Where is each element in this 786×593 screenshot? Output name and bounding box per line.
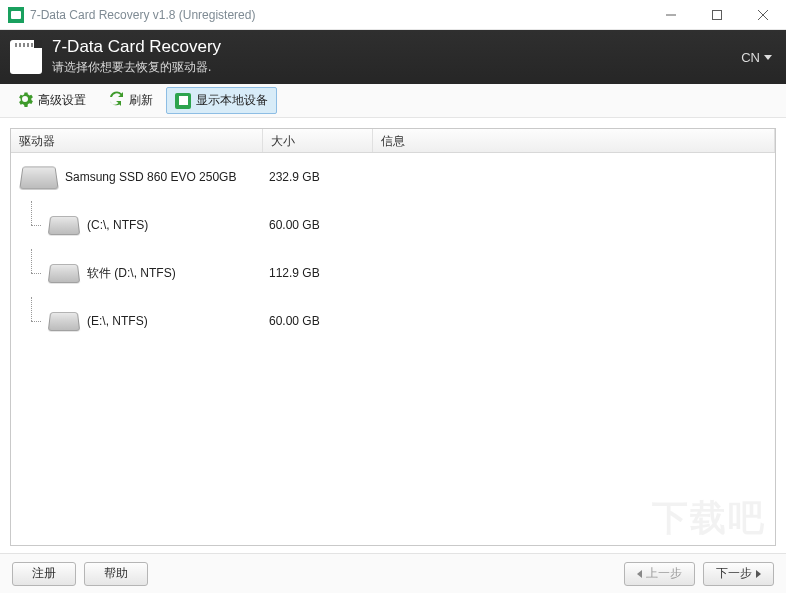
triangle-right-icon (756, 570, 761, 578)
drive-row[interactable]: 软件 (D:\, NTFS)112.9 GB (11, 249, 775, 297)
advanced-settings-button[interactable]: 高级设置 (8, 86, 95, 115)
maximize-button[interactable] (694, 0, 740, 30)
window-title: 7-Data Card Recovery v1.8 (Unregistered) (30, 8, 255, 22)
register-label: 注册 (32, 565, 56, 582)
prev-label: 上一步 (646, 565, 682, 582)
prev-button[interactable]: 上一步 (624, 562, 695, 586)
next-button[interactable]: 下一步 (703, 562, 774, 586)
chevron-down-icon (764, 55, 772, 60)
drive-label: (C:\, NTFS) (87, 218, 148, 232)
hdd-icon (49, 311, 79, 331)
register-button[interactable]: 注册 (12, 562, 76, 586)
advanced-settings-label: 高级设置 (38, 92, 86, 109)
triangle-left-icon (637, 570, 642, 578)
titlebar: 7-Data Card Recovery v1.8 (Unregistered) (0, 0, 786, 30)
drive-row[interactable]: (E:\, NTFS)60.00 GB (11, 297, 775, 345)
show-local-devices-button[interactable]: 显示本地设备 (166, 87, 277, 114)
header-banner: 7-Data Card Recovery 请选择你想要去恢复的驱动器. CN (0, 30, 786, 84)
drive-list-panel: 驱动器 大小 信息 Samsung SSD 860 EVO 250GB232.9… (10, 128, 776, 546)
column-header-drive[interactable]: 驱动器 (11, 129, 263, 152)
bottom-bar: 注册 帮助 上一步 下一步 (0, 553, 786, 593)
sd-card-icon (10, 40, 42, 74)
hdd-icon (49, 263, 79, 283)
drive-size: 112.9 GB (263, 266, 373, 280)
column-header-size[interactable]: 大小 (263, 129, 373, 152)
drive-size: 60.00 GB (263, 314, 373, 328)
language-label: CN (741, 50, 760, 65)
drive-label: (E:\, NTFS) (87, 314, 148, 328)
refresh-icon (108, 91, 124, 110)
drive-row[interactable]: (C:\, NTFS)60.00 GB (11, 201, 775, 249)
svg-rect-0 (713, 10, 722, 19)
list-body: Samsung SSD 860 EVO 250GB232.9 GB(C:\, N… (11, 153, 775, 545)
close-button[interactable] (740, 0, 786, 30)
device-icon (175, 93, 191, 109)
drive-size: 232.9 GB (263, 170, 373, 184)
tree-connector (27, 297, 39, 345)
minimize-button[interactable] (648, 0, 694, 30)
drive-size: 60.00 GB (263, 218, 373, 232)
show-local-devices-label: 显示本地设备 (196, 92, 268, 109)
next-label: 下一步 (716, 565, 752, 582)
column-header-info[interactable]: 信息 (373, 129, 775, 152)
help-label: 帮助 (104, 565, 128, 582)
drive-label: 软件 (D:\, NTFS) (87, 265, 176, 282)
app-subtitle: 请选择你想要去恢复的驱动器. (52, 59, 221, 76)
app-title: 7-Data Card Recovery (52, 38, 221, 57)
drive-row[interactable]: Samsung SSD 860 EVO 250GB232.9 GB (11, 153, 775, 201)
refresh-button[interactable]: 刷新 (99, 86, 162, 115)
hdd-icon (21, 165, 57, 189)
refresh-label: 刷新 (129, 92, 153, 109)
hdd-icon (49, 215, 79, 235)
toolbar: 高级设置 刷新 显示本地设备 (0, 84, 786, 118)
drive-label: Samsung SSD 860 EVO 250GB (65, 170, 236, 184)
list-header: 驱动器 大小 信息 (11, 129, 775, 153)
help-button[interactable]: 帮助 (84, 562, 148, 586)
language-selector[interactable]: CN (741, 50, 772, 65)
tree-connector (27, 249, 39, 297)
app-icon (8, 7, 24, 23)
gear-icon (17, 91, 33, 110)
tree-connector (27, 201, 39, 249)
